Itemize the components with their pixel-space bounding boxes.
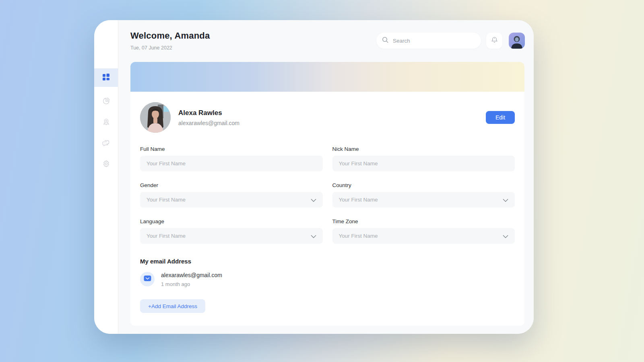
field-language: Language Your First Name <box>140 218 323 244</box>
profile-summary: Alexa Rawles alexarawles@gmail.com Edit <box>140 102 515 133</box>
nick-name-input[interactable] <box>332 156 515 171</box>
notifications-button[interactable] <box>486 33 502 49</box>
profile-name: Alexa Rawles <box>178 109 239 117</box>
edit-button[interactable]: Edit <box>486 111 515 124</box>
chevron-down-icon <box>503 196 508 204</box>
main-content: Welcome, Amanda Tue, 07 June 2022 <box>118 20 534 334</box>
gear-icon <box>102 160 110 169</box>
profile-form: Full Name Nick Name Gender Your First Na… <box>140 146 515 244</box>
full-name-input[interactable] <box>140 156 323 171</box>
gender-select[interactable]: Your First Name <box>140 192 323 208</box>
sidebar-item-settings[interactable] <box>94 159 118 170</box>
field-label: Nick Name <box>332 146 515 152</box>
email-section-title: My email Address <box>140 258 515 265</box>
chevron-down-icon <box>311 232 316 240</box>
email-icon-badge <box>140 272 155 286</box>
email-entry: alexarawles@gmail.com 1 month ago <box>161 272 222 287</box>
award-icon <box>102 118 110 128</box>
sidebar-item-analytics[interactable] <box>94 97 118 107</box>
profile-panel: Alexa Rawles alexarawles@gmail.com Edit … <box>130 92 524 326</box>
country-select[interactable]: Your First Name <box>332 192 515 208</box>
field-gender: Gender Your First Name <box>140 182 323 208</box>
field-country: Country Your First Name <box>332 182 515 208</box>
field-label: Country <box>332 182 515 188</box>
page-title: Welcome, Amanda <box>130 31 210 41</box>
select-placeholder: Your First Name <box>147 233 186 239</box>
field-nick-name: Nick Name <box>332 146 515 171</box>
profile-meta: Alexa Rawles alexarawles@gmail.com <box>178 109 239 126</box>
time-zone-select[interactable]: Your First Name <box>332 228 515 244</box>
sidebar-item-dashboard[interactable] <box>94 68 118 87</box>
search-bar[interactable] <box>376 33 481 49</box>
pie-chart-icon <box>102 97 110 107</box>
field-full-name: Full Name <box>140 146 323 171</box>
email-address: alexarawles@gmail.com <box>161 272 222 278</box>
field-time-zone: Time Zone Your First Name <box>332 218 515 244</box>
field-label: Full Name <box>140 146 323 152</box>
profile-banner <box>130 62 524 92</box>
field-label: Language <box>140 218 323 224</box>
header: Welcome, Amanda Tue, 07 June 2022 <box>130 31 210 51</box>
profile-photo <box>140 102 171 133</box>
sidebar <box>94 20 118 334</box>
search-icon <box>382 37 389 45</box>
chat-icon <box>102 139 110 148</box>
app-window: Welcome, Amanda Tue, 07 June 2022 <box>94 20 534 334</box>
sidebar-item-messages[interactable] <box>94 138 118 149</box>
current-date: Tue, 07 June 2022 <box>130 45 210 51</box>
field-label: Time Zone <box>332 218 515 224</box>
select-placeholder: Your First Name <box>339 233 378 239</box>
select-placeholder: Your First Name <box>147 197 186 203</box>
email-list-item: alexarawles@gmail.com 1 month ago <box>140 272 515 287</box>
envelope-icon <box>144 275 151 283</box>
language-select[interactable]: Your First Name <box>140 228 323 244</box>
chevron-down-icon <box>311 196 316 204</box>
sidebar-item-achievements[interactable] <box>94 117 118 128</box>
dashboard-icon <box>103 74 109 82</box>
select-placeholder: Your First Name <box>339 197 378 203</box>
profile-email: alexarawles@gmail.com <box>178 120 239 126</box>
search-input[interactable] <box>393 38 465 44</box>
chevron-down-icon <box>503 232 508 240</box>
add-email-button[interactable]: +Add Email Address <box>140 299 205 313</box>
user-avatar[interactable] <box>509 33 525 49</box>
bell-icon <box>491 36 498 45</box>
email-age: 1 month ago <box>161 281 222 287</box>
field-label: Gender <box>140 182 323 188</box>
